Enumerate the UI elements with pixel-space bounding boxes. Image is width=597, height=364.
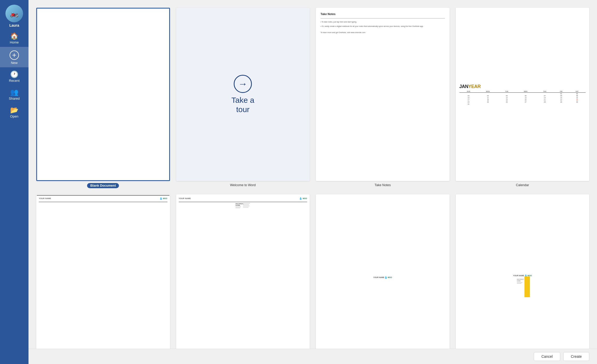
- sidebar-label-new: New: [11, 61, 18, 65]
- sidebar-item-shared[interactable]: 👥 Shared: [0, 85, 29, 103]
- notes-title: Take Notes: [321, 12, 336, 16]
- main-content: Blank Document → Take atour Welcome to W…: [29, 0, 597, 364]
- open-icon: 📂: [10, 107, 18, 113]
- sidebar-label-recent: Recent: [9, 79, 19, 83]
- creative-resume-thumb[interactable]: YOUR NAME 💧MOO: [36, 194, 170, 364]
- cal-header: JANYEAR: [459, 84, 481, 89]
- calendar-grid: SUNMONTUEWEDTHUFRISAT 0102 0304050607080…: [459, 90, 586, 105]
- sidebar-label-home: Home: [10, 40, 19, 44]
- cc-name: YOUR NAME: [179, 198, 191, 199]
- home-icon: 🏠: [10, 33, 18, 39]
- cal-month: JAN: [459, 84, 468, 89]
- template-blank[interactable]: Blank Document: [36, 8, 170, 188]
- tour-label: Welcome to Word: [230, 183, 256, 188]
- shared-icon: 👥: [10, 89, 18, 96]
- notes-divider: [321, 18, 445, 19]
- template-crisp-resume[interactable]: YOUR NAME 💧MOO Crisp and clean resume, d…: [316, 194, 450, 364]
- notes-text-1: • To take notes, just tap here and start…: [321, 21, 445, 24]
- blank-label: Blank Document: [87, 183, 119, 188]
- sidebar-label-open: Open: [10, 114, 18, 118]
- sidebar-label-shared: Shared: [9, 97, 20, 100]
- cc-header: YOUR NAME 💧MOO: [179, 197, 307, 200]
- avatar-image: 🏍️: [5, 5, 23, 22]
- cancel-button[interactable]: Cancel: [534, 352, 560, 361]
- crisp-resume-thumb[interactable]: YOUR NAME 💧MOO: [316, 194, 450, 364]
- user-name: Laura: [9, 23, 19, 27]
- tour-arrow-icon: →: [234, 75, 252, 93]
- cr-moo-logo: 💧MOO: [159, 197, 167, 200]
- sidebar-item-new[interactable]: + New: [0, 47, 29, 67]
- notes-label: Take Notes: [374, 183, 391, 188]
- cc-moo-logo: 💧MOO: [299, 197, 307, 200]
- sidebar: 🏍️ Laura 🏠 Home + New 🕐 Recent 👥 Shared …: [0, 0, 29, 364]
- footer: Cancel Create: [29, 349, 597, 364]
- notes-text-2: • Or, easily create a digital notebook f…: [321, 25, 445, 28]
- template-tour[interactable]: → Take atour Welcome to Word: [176, 8, 310, 188]
- tour-text: Take atour: [231, 96, 254, 114]
- template-crisp-cover[interactable]: YOUR NAME 💧MOO RECIPIENT NAME: [456, 194, 589, 364]
- crisp-cover-thumb[interactable]: YOUR NAME 💧MOO RECIPIENT NAME: [456, 194, 589, 364]
- sidebar-item-home[interactable]: 🏠 Home: [0, 29, 29, 47]
- templates-grid: Blank Document → Take atour Welcome to W…: [36, 8, 589, 364]
- recent-icon: 🕐: [10, 71, 18, 78]
- notes-text-3: To learn more and get OneNote, visit www…: [321, 31, 445, 34]
- blank-thumb[interactable]: [36, 8, 170, 181]
- avatar: 🏍️: [5, 5, 23, 22]
- notes-thumb[interactable]: Take Notes • To take notes, just tap her…: [316, 8, 450, 181]
- sidebar-item-recent[interactable]: 🕐 Recent: [0, 67, 29, 85]
- cal-year: YEAR: [468, 84, 481, 89]
- new-icon: +: [10, 50, 19, 60]
- template-creative-cover[interactable]: YOUR NAME 💧MOO RECIPIENT NAME: [176, 194, 310, 364]
- template-creative-resume[interactable]: YOUR NAME 💧MOO: [36, 194, 170, 364]
- creative-cover-thumb[interactable]: YOUR NAME 💧MOO RECIPIENT NAME: [176, 194, 310, 364]
- template-calendar[interactable]: JANYEAR SUNMONTUEWEDTHUFRISAT 0102 03040…: [456, 8, 589, 188]
- tour-thumb[interactable]: → Take atour: [176, 8, 310, 181]
- create-button[interactable]: Create: [563, 352, 589, 361]
- template-notes[interactable]: Take Notes • To take notes, just tap her…: [316, 8, 450, 188]
- cr-header: YOUR NAME 💧MOO: [39, 197, 167, 200]
- calendar-label: Calendar: [516, 183, 529, 188]
- sidebar-item-open[interactable]: 📂 Open: [0, 103, 29, 121]
- calendar-thumb[interactable]: JANYEAR SUNMONTUEWEDTHUFRISAT 0102 03040…: [456, 8, 589, 181]
- cr-name: YOUR NAME: [39, 198, 51, 199]
